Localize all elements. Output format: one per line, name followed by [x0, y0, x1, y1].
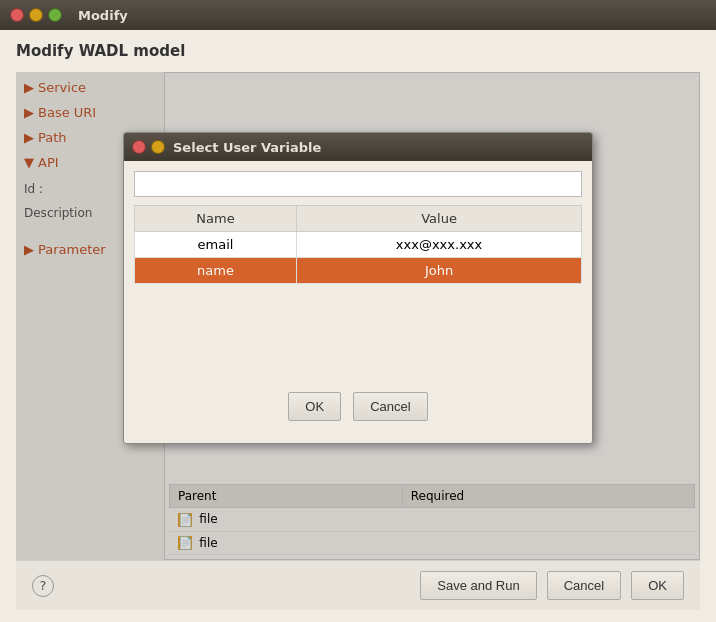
modal-title: Select User Variable: [173, 140, 321, 155]
variable-table: Name Value email xxx@xxx.xxx n: [134, 205, 582, 284]
title-bar: Modify: [0, 0, 716, 30]
cancel-button[interactable]: Cancel: [547, 571, 621, 600]
select-user-variable-modal: Select User Variable Name Value: [123, 132, 593, 444]
variable-value-email: xxx@xxx.xxx: [297, 232, 582, 258]
help-button[interactable]: ?: [32, 575, 54, 597]
bottom-bar: ? Save and Run Cancel OK: [16, 560, 700, 610]
save-run-button[interactable]: Save and Run: [420, 571, 536, 600]
modal-ok-button[interactable]: OK: [288, 392, 341, 421]
modal-search-input[interactable]: [134, 171, 582, 197]
table-row[interactable]: email xxx@xxx.xxx: [135, 232, 582, 258]
modal-window-controls: [132, 140, 165, 154]
modal-cancel-button[interactable]: Cancel: [353, 392, 427, 421]
variable-value-name: John: [297, 258, 582, 284]
name-column-header: Name: [135, 206, 297, 232]
modal-footer: OK Cancel: [134, 380, 582, 433]
maximize-button[interactable]: [48, 8, 62, 22]
main-window: Modify Modify WADL model ▶ Service ▶ Bas…: [0, 0, 716, 622]
window-title: Modify: [78, 8, 128, 23]
modal-min-button[interactable]: [151, 140, 165, 154]
close-button[interactable]: [10, 8, 24, 22]
minimize-button[interactable]: [29, 8, 43, 22]
page-title: Modify WADL model: [16, 42, 700, 60]
window-content: Modify WADL model ▶ Service ▶ Base URI ▶…: [0, 30, 716, 622]
ok-button[interactable]: OK: [631, 571, 684, 600]
table-row-selected[interactable]: name John: [135, 258, 582, 284]
modal-title-bar: Select User Variable: [124, 133, 592, 161]
content-wrapper: ▶ Service ▶ Base URI ▶ Path ▼ API: [16, 72, 700, 560]
window-controls: [10, 8, 62, 22]
variable-name-name: name: [135, 258, 297, 284]
value-column-header: Value: [297, 206, 582, 232]
modal-close-button[interactable]: [132, 140, 146, 154]
modal-body: Name Value email xxx@xxx.xxx n: [124, 161, 592, 443]
variable-name-email: email: [135, 232, 297, 258]
modal-overlay: Select User Variable Name Value: [16, 72, 700, 560]
